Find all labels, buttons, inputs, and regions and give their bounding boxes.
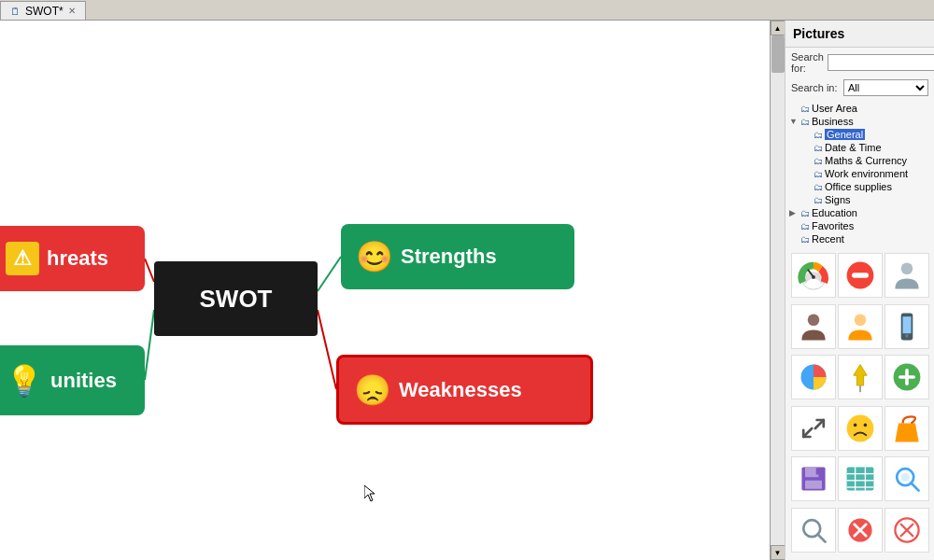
sad-face-icon bbox=[843, 412, 877, 445]
mouse-cursor bbox=[364, 485, 375, 502]
pin-icon bbox=[843, 360, 877, 394]
icon-arrows[interactable] bbox=[791, 406, 836, 451]
node-opportunities[interactable]: 💡 unities bbox=[0, 345, 145, 415]
label-business: Business bbox=[812, 116, 854, 127]
icon-person2[interactable] bbox=[791, 304, 836, 349]
scroll-track[interactable] bbox=[771, 35, 785, 545]
tree-item-education[interactable]: ▶ 🗂 Education bbox=[789, 206, 930, 219]
label-datetime: Date & Time bbox=[825, 142, 882, 153]
expand-business: ▼ bbox=[789, 117, 799, 126]
svg-point-28 bbox=[864, 423, 868, 427]
node-threats[interactable]: ⚠ hreats bbox=[0, 226, 145, 291]
svg-line-6 bbox=[145, 310, 154, 380]
icon-person3[interactable] bbox=[838, 304, 883, 349]
icon-pin[interactable] bbox=[838, 355, 883, 399]
svg-point-11 bbox=[812, 275, 815, 279]
label-maths: Maths & Currency bbox=[825, 155, 907, 166]
tree-item-general[interactable]: 🗂 General bbox=[802, 128, 930, 141]
tree-item-maths[interactable]: 🗂 Maths & Currency bbox=[802, 154, 930, 167]
gauge-icon bbox=[796, 258, 831, 293]
scroll-up-button[interactable]: ▲ bbox=[771, 21, 785, 35]
expand-education: ▶ bbox=[789, 208, 799, 217]
svg-line-40 bbox=[912, 483, 919, 491]
tree-item-datetime[interactable]: 🗂 Date & Time bbox=[802, 141, 930, 154]
category-tree: 🗂 User Area ▼ 🗂 Business 🗂 General 🗂 bbox=[785, 98, 934, 249]
svg-line-43 bbox=[818, 534, 826, 541]
threats-label: hreats bbox=[47, 246, 108, 271]
tree-item-favorites[interactable]: 🗂 Favorites bbox=[789, 219, 930, 232]
scroll-down-button[interactable]: ▼ bbox=[771, 545, 785, 560]
folder-icon-datetime: 🗂 bbox=[814, 143, 823, 153]
search-row: Search for: bbox=[785, 48, 934, 77]
icon-plus-green[interactable] bbox=[884, 355, 929, 399]
svg-rect-31 bbox=[816, 468, 820, 474]
searchin-row: Search in: All bbox=[785, 77, 934, 98]
sad-icon: 😞 bbox=[354, 372, 391, 408]
plus-green-icon bbox=[890, 360, 924, 394]
pie-chart-icon bbox=[797, 360, 830, 394]
icon-phone[interactable] bbox=[884, 304, 929, 349]
warning-icon: ⚠ bbox=[6, 242, 39, 275]
tab-close-button[interactable]: ✕ bbox=[68, 6, 76, 16]
x2-icon bbox=[890, 513, 924, 547]
magnify2-icon bbox=[797, 513, 830, 547]
magnify-icon bbox=[890, 462, 924, 496]
icon-pie-chart[interactable] bbox=[791, 355, 836, 399]
folder-icon-favorites: 🗂 bbox=[800, 221, 810, 231]
scroll-thumb[interactable] bbox=[771, 35, 785, 73]
svg-point-27 bbox=[854, 423, 857, 427]
tree-item-user-area[interactable]: 🗂 User Area bbox=[789, 102, 930, 115]
bulb-icon: 💡 bbox=[6, 363, 43, 399]
folder-icon-work: 🗂 bbox=[814, 169, 823, 179]
icon-magnify[interactable] bbox=[884, 456, 929, 501]
svg-point-16 bbox=[855, 314, 867, 326]
swot-tab[interactable]: 🗒 SWOT* ✕ bbox=[0, 1, 86, 20]
icon-sad-face[interactable] bbox=[838, 406, 883, 451]
person3-icon bbox=[843, 310, 877, 343]
node-weaknesses[interactable]: 😞 Weaknesses bbox=[336, 355, 593, 425]
pictures-panel: Pictures Search for: Search in: All 🗂 Us… bbox=[785, 21, 934, 560]
canvas[interactable]: ⚠ hreats 💡 unities SWOT 😊 Strengths 😞 We… bbox=[0, 21, 770, 560]
svg-marker-8 bbox=[364, 485, 375, 501]
node-swot[interactable]: SWOT bbox=[154, 261, 318, 336]
shopping-bag-icon bbox=[890, 412, 924, 445]
icon-grid bbox=[785, 249, 934, 560]
tree-item-recent[interactable]: 🗂 Recent bbox=[789, 232, 930, 245]
label-user-area: User Area bbox=[812, 103, 857, 114]
person1-icon bbox=[890, 259, 924, 292]
icon-floppy[interactable] bbox=[791, 456, 836, 501]
icon-table[interactable] bbox=[838, 456, 883, 501]
swot-label: SWOT bbox=[200, 285, 273, 314]
icon-x2[interactable] bbox=[884, 508, 929, 553]
tree-item-business[interactable]: ▼ 🗂 Business bbox=[789, 115, 930, 128]
tree-item-signs[interactable]: 🗂 Signs bbox=[802, 193, 930, 206]
svg-rect-22 bbox=[859, 385, 861, 392]
icon-magnify2[interactable] bbox=[791, 508, 836, 553]
node-strengths[interactable]: 😊 Strengths bbox=[341, 224, 574, 289]
folder-icon-general: 🗂 bbox=[814, 130, 823, 140]
icon-shopping-bag[interactable] bbox=[884, 406, 929, 451]
person2-icon bbox=[797, 310, 830, 343]
icon-gauge[interactable] bbox=[791, 253, 836, 298]
svg-point-26 bbox=[847, 414, 874, 441]
searchin-select[interactable]: All bbox=[843, 79, 928, 96]
icon-no-entry[interactable] bbox=[838, 253, 883, 298]
label-general: General bbox=[825, 129, 865, 140]
svg-point-41 bbox=[901, 473, 910, 482]
label-signs: Signs bbox=[825, 194, 851, 205]
tree-item-work[interactable]: 🗂 Work environment bbox=[802, 167, 930, 180]
vertical-scrollbar[interactable]: ▲ ▼ bbox=[770, 21, 785, 560]
icon-x1[interactable] bbox=[838, 508, 883, 553]
panel-title: Pictures bbox=[785, 21, 934, 48]
search-label: Search for: bbox=[791, 51, 824, 74]
label-recent: Recent bbox=[812, 233, 844, 245]
search-input[interactable] bbox=[828, 54, 934, 71]
tree-item-office[interactable]: 🗂 Office supplies bbox=[802, 180, 930, 193]
floppy-icon bbox=[797, 462, 830, 496]
svg-point-15 bbox=[808, 314, 820, 326]
folder-icon-maths: 🗂 bbox=[814, 156, 823, 166]
folder-icon-office: 🗂 bbox=[814, 182, 823, 192]
folder-icon: 🗂 bbox=[800, 104, 810, 114]
main-area: ⚠ hreats 💡 unities SWOT 😊 Strengths 😞 We… bbox=[0, 21, 934, 560]
icon-person1[interactable] bbox=[884, 253, 929, 298]
